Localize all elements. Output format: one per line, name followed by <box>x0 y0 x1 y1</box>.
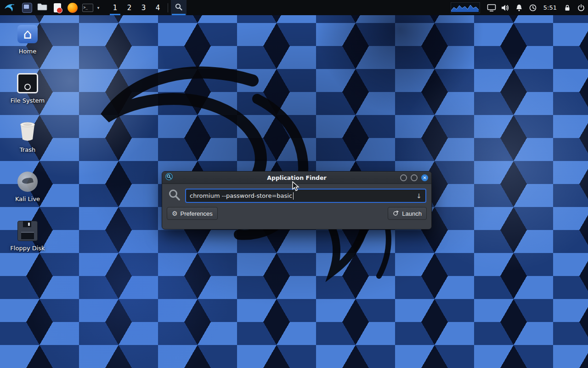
desktop-icon-label: Trash <box>20 146 35 153</box>
clock[interactable]: 5:51 <box>540 0 560 15</box>
application-finder-window-icon <box>165 173 173 182</box>
launcher-terminal[interactable]: >_ <box>80 0 95 15</box>
launch-button[interactable]: Launch <box>388 207 427 220</box>
desktop-icon-list: ⌂ Home File System Trash Kali Live <box>4 23 51 269</box>
applications-menu-button[interactable] <box>0 0 19 15</box>
desktop-icon-label: Floppy Disk <box>10 245 45 252</box>
launcher-file-manager[interactable] <box>34 0 50 15</box>
terminal-launcher-dropdown[interactable]: ▾ <box>95 0 102 15</box>
search-icon <box>168 189 181 203</box>
desktop-screen: >_ ▾ 1 2 3 4 <box>0 0 588 368</box>
desktop-icon-kali-live[interactable]: Kali Live <box>4 171 51 220</box>
desktop-icon-trash[interactable]: Trash <box>4 121 51 171</box>
firefox-icon <box>68 3 78 13</box>
home-icon: ⌂ <box>17 25 38 43</box>
trash-icon <box>18 121 37 144</box>
desktop-icon-label: Kali Live <box>15 196 40 202</box>
file-system-icon <box>17 73 38 93</box>
desktop-icon-floppy-disk[interactable]: Floppy Disk <box>4 220 51 269</box>
maximize-button[interactable] <box>411 174 418 181</box>
workspace-button-4[interactable]: 4 <box>151 0 165 15</box>
volume-tray-icon[interactable] <box>498 0 512 15</box>
red-badge-icon <box>57 7 62 13</box>
preferences-button[interactable]: ⚙ Preferences <box>167 207 218 220</box>
application-finder-window: Application Finder ✕ chromium --password… <box>162 171 432 230</box>
workspace-button-2[interactable]: 2 <box>122 0 136 15</box>
kali-live-icon <box>17 172 38 192</box>
launcher-firefox[interactable] <box>65 0 80 15</box>
launch-icon <box>393 210 399 218</box>
gear-icon: ⚙ <box>172 210 178 217</box>
desktop-icon-home[interactable]: ⌂ Home <box>4 23 51 72</box>
text-cursor <box>293 192 294 200</box>
top-panel: >_ ▾ 1 2 3 4 <box>0 0 588 15</box>
desktop-icon-label: Home <box>19 48 36 55</box>
notifications-tray-icon[interactable] <box>512 0 526 15</box>
document-icon <box>54 3 61 12</box>
taskbar-application-finder-button[interactable] <box>171 0 187 15</box>
screen-lock-icon[interactable] <box>560 0 574 15</box>
application-finder-taskbar-icon <box>175 3 183 13</box>
floppy-disk-icon <box>17 221 38 241</box>
cpu-graph-applet[interactable] <box>451 2 480 13</box>
desktop-icon-label: File System <box>11 97 45 104</box>
panel-separator <box>168 3 168 12</box>
system-tray: 5:51 <box>451 0 588 15</box>
search-input[interactable]: chromium --password-store=basic ↓ <box>185 189 426 203</box>
search-input-text: chromium --password-store=basic <box>190 192 292 199</box>
chevron-down-icon: ▾ <box>97 6 100 10</box>
logout-power-icon[interactable] <box>574 0 588 15</box>
launcher-window-app[interactable] <box>19 0 34 15</box>
launcher-text-editor[interactable] <box>50 0 65 15</box>
desktop-icon-file-system[interactable]: File System <box>4 72 51 121</box>
workspace-button-3[interactable]: 3 <box>136 0 151 15</box>
window-app-icon <box>22 3 32 13</box>
terminal-icon: >_ <box>82 4 93 12</box>
finder-footer: ⚙ Preferences Launch <box>162 203 431 224</box>
close-button[interactable]: ✕ <box>421 174 428 181</box>
finder-body: chromium --password-store=basic ↓ <box>162 184 431 203</box>
kali-logo-icon <box>4 2 16 14</box>
window-title: Application Finder <box>190 174 404 181</box>
display-settings-tray-icon[interactable] <box>485 0 498 15</box>
workspace-button-1[interactable]: 1 <box>108 0 122 15</box>
terminal-prompt-glyph: >_ <box>84 6 88 10</box>
update-status-tray-icon[interactable] <box>526 0 540 15</box>
titlebar[interactable]: Application Finder ✕ <box>162 172 431 184</box>
folder-icon <box>37 3 47 13</box>
dropdown-arrow-icon[interactable]: ↓ <box>416 192 422 200</box>
